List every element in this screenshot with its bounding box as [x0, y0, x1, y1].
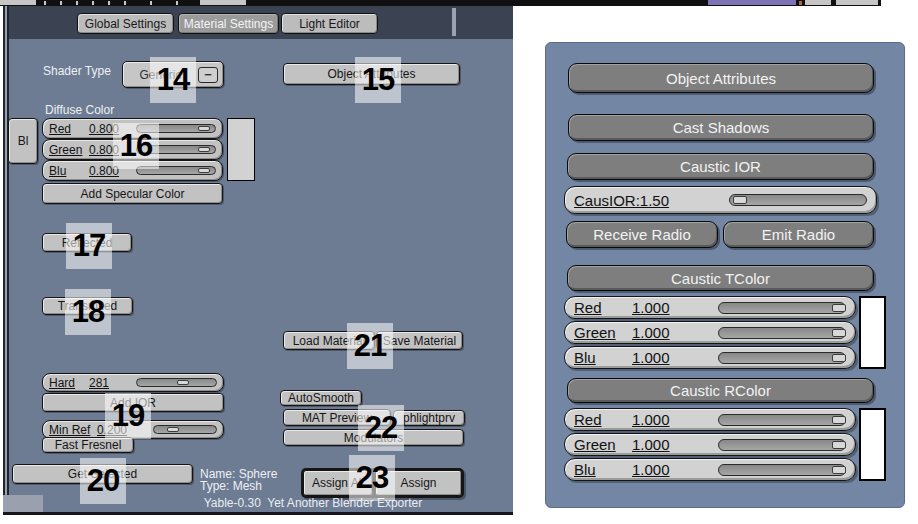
panel-bottom-border — [3, 512, 513, 515]
slider-track[interactable] — [718, 352, 846, 364]
annotation-16: 16 — [113, 123, 159, 169]
tab-label: Material Settings — [184, 17, 273, 31]
tcolor-green-slider[interactable]: Green 1.000 — [564, 321, 856, 344]
slider-knob[interactable] — [832, 304, 846, 312]
fast-fresnel-button[interactable]: Fast Fresnel — [42, 437, 134, 453]
window-strip-tick — [176, 1, 178, 5]
receive-radio-button[interactable]: Receive Radio — [566, 221, 718, 248]
slider-knob[interactable] — [832, 466, 846, 474]
exporter-footer-label: Yable-0.30 Yet Another Blender Exporter — [123, 496, 503, 510]
object-attributes-title-button[interactable]: Object Attributes — [568, 63, 874, 93]
window-strip-purple-segment — [708, 0, 796, 5]
button-label: phlightprv — [403, 411, 455, 425]
button-label: Save Material — [383, 334, 456, 348]
slider-track[interactable] — [718, 302, 846, 314]
button-label: Fast Fresnel — [55, 438, 122, 452]
window-strip-tick — [44, 1, 46, 5]
object-type-label: Type: Mesh — [200, 479, 262, 493]
slider-track[interactable] — [718, 464, 846, 476]
add-specular-color-button[interactable]: Add Specular Color — [42, 183, 223, 204]
rcolor-swatch[interactable] — [859, 408, 886, 481]
slider-knob[interactable] — [167, 427, 179, 432]
slider-track[interactable] — [136, 378, 217, 387]
rcolor-red-slider[interactable]: Red 1.000 — [564, 408, 856, 431]
slider-value: 1.000 — [632, 411, 670, 428]
window-strip-tick — [76, 1, 78, 5]
annotation-18: 18 — [65, 289, 111, 335]
window-strip-orange-dot — [799, 1, 802, 5]
autosmooth-button[interactable]: AutoSmooth — [280, 390, 362, 406]
annotation-21: 21 — [347, 323, 393, 369]
shader-type-label: Shader Type — [43, 64, 111, 78]
slider-label: Red — [49, 122, 89, 136]
tab-label: Light Editor — [299, 17, 360, 31]
panel-left-border — [7, 6, 9, 515]
button-label: Caustic IOR — [680, 158, 761, 175]
slider-knob[interactable] — [198, 126, 210, 131]
rcolor-blu-slider[interactable]: Blu 1.000 — [564, 458, 856, 481]
slider-knob[interactable] — [733, 196, 747, 204]
window-strip-segment — [805, 0, 831, 5]
caus-ior-slider[interactable]: CausIOR:1.50 — [564, 186, 877, 214]
tab-material-settings[interactable]: Material Settings — [178, 13, 279, 34]
button-label: Caustic RColor — [670, 382, 771, 399]
window-strip-segment — [0, 0, 36, 5]
window-splitter-handle[interactable] — [452, 8, 456, 36]
emit-radio-button[interactable]: Emit Radio — [723, 221, 874, 248]
caustic-rcolor-button[interactable]: Caustic RColor — [567, 378, 874, 403]
button-label: Add Specular Color — [80, 187, 184, 201]
slider-value: CausIOR:1.50 — [574, 192, 669, 209]
slider-track[interactable] — [718, 439, 846, 451]
minus-icon[interactable]: − — [198, 67, 218, 83]
slider-knob[interactable] — [177, 380, 189, 385]
slider-label: Blu — [49, 164, 89, 178]
annotation-15: 15 — [355, 57, 401, 103]
window-strip-tick — [124, 1, 126, 5]
slider-track[interactable] — [718, 414, 846, 426]
slider-label: Hard — [49, 376, 89, 390]
slider-value: 1.000 — [632, 436, 670, 453]
scrollbar-corner[interactable] — [3, 495, 43, 512]
caustic-tcolor-button[interactable]: Caustic TColor — [567, 265, 874, 291]
slider-track[interactable] — [153, 425, 217, 434]
slider-knob[interactable] — [832, 416, 846, 424]
button-label: Caustic TColor — [671, 270, 770, 287]
slider-track[interactable] — [718, 327, 846, 339]
window-strip-tick — [92, 1, 94, 5]
tcolor-blu-slider[interactable]: Blu 1.000 — [564, 346, 856, 369]
slider-knob[interactable] — [832, 329, 846, 337]
caustic-ior-button[interactable]: Caustic IOR — [567, 153, 874, 180]
window-strip-segment — [200, 0, 246, 5]
annotation-20: 20 — [80, 458, 126, 504]
tcolor-swatch[interactable] — [859, 296, 886, 369]
slider-knob[interactable] — [198, 168, 210, 173]
diffuse-color-swatch[interactable] — [227, 118, 255, 181]
slider-value: 1.000 — [632, 299, 670, 316]
button-label: AutoSmooth — [288, 391, 354, 405]
slider-knob[interactable] — [832, 354, 846, 362]
window-strip-tick — [108, 1, 110, 5]
slider-label: Red — [574, 411, 632, 428]
window-strip-segment — [836, 0, 878, 5]
slider-label: Red — [574, 299, 632, 316]
slider-value: 1.000 — [632, 461, 670, 478]
slider-knob[interactable] — [832, 441, 846, 449]
slider-label: Green — [574, 436, 632, 453]
button-label: Cast Shadows — [673, 119, 770, 136]
button-label: Object Attributes — [666, 70, 776, 87]
cast-shadows-button[interactable]: Cast Shadows — [568, 114, 874, 141]
tcolor-red-slider[interactable]: Red 1.000 — [564, 296, 856, 319]
hard-slider[interactable]: Hard 281 — [42, 373, 224, 392]
button-label: Emit Radio — [762, 226, 835, 243]
tab-light-editor[interactable]: Light Editor — [281, 13, 378, 34]
tab-global-settings[interactable]: Global Settings — [77, 13, 174, 34]
bl-button[interactable]: Bl — [8, 118, 38, 164]
slider-value: 1.000 — [632, 349, 670, 366]
annotation-14: 14 — [150, 57, 196, 103]
annotation-19: 19 — [105, 393, 151, 439]
rcolor-green-slider[interactable]: Green 1.000 — [564, 433, 856, 456]
slider-value: 281 — [89, 376, 109, 390]
annotation-17: 17 — [66, 223, 112, 269]
slider-knob[interactable] — [198, 147, 210, 152]
slider-track[interactable] — [729, 194, 867, 206]
